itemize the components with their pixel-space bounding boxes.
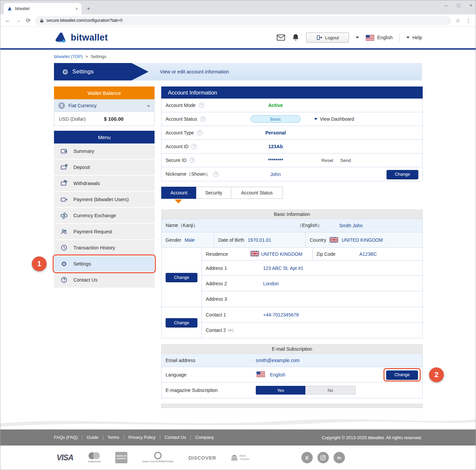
sidebar-item-contact-us[interactable]: Contact Us xyxy=(54,272,155,288)
change-contact-button[interactable]: Change xyxy=(166,318,197,327)
footer-link-company[interactable]: Company xyxy=(191,435,218,440)
banner-title: Settings xyxy=(72,68,94,75)
contact1-row: Contact 1 +44-7012345678 xyxy=(202,307,422,322)
help-icon[interactable]: ? xyxy=(189,158,195,163)
sidebar-item-withdrawals[interactable]: Withdrawals xyxy=(54,176,155,192)
instagram-icon[interactable] xyxy=(317,452,329,463)
footer-links: FAQs (FAQ) Guide Terms Privacy Policy Co… xyxy=(54,435,218,440)
sidebar-item-settings[interactable]: 1 ⚙ Settings xyxy=(54,256,155,272)
collapse-chevron-icon xyxy=(147,105,150,107)
people-icon xyxy=(60,228,68,236)
us-flag-icon xyxy=(256,371,265,377)
language-selector[interactable]: English xyxy=(366,35,393,41)
forward-icon[interactable]: → xyxy=(15,17,21,24)
tab-security[interactable]: Security xyxy=(196,187,231,199)
tab-close-icon[interactable]: × xyxy=(75,6,78,11)
zip-value: A123BC xyxy=(359,251,377,257)
back-icon[interactable]: ← xyxy=(5,17,11,24)
language-dropdown-icon[interactable] xyxy=(356,37,359,39)
amex-logo: AMERICAN EXPRESS xyxy=(115,452,127,463)
logout-button[interactable]: Logout xyxy=(306,33,349,43)
next-section-header-partial xyxy=(161,404,423,408)
emagazine-toggle: Yes No xyxy=(256,386,356,395)
exchange-icon xyxy=(60,212,68,220)
toggle-no-option[interactable]: No xyxy=(305,386,356,395)
help-icon[interactable]: ? xyxy=(213,172,219,177)
address-bar[interactable]: secure.bitwallet.com/configuration?tab=0 xyxy=(35,16,451,25)
social-icons: X in xyxy=(301,452,345,463)
view-dashboard-link[interactable]: View Dashboard xyxy=(314,116,354,122)
reload-icon[interactable]: ⟳ xyxy=(26,17,31,24)
help-icon[interactable]: ? xyxy=(199,103,204,108)
secure-id-row: Secure ID? ******** Reset Send xyxy=(162,154,422,167)
change-nickname-button[interactable]: Change xyxy=(386,170,418,179)
help-icon[interactable]: ? xyxy=(197,130,202,135)
help-icon[interactable]: ? xyxy=(200,116,205,122)
breadcrumb-home-link[interactable]: bitwallet (TOP) xyxy=(54,54,83,59)
sidebar-item-deposit[interactable]: Deposit xyxy=(54,160,155,176)
address2-row: Address 2 London xyxy=(202,276,422,291)
logout-icon xyxy=(316,35,322,41)
browser-tab[interactable]: bitwallet × xyxy=(4,3,81,14)
footer-link-guide[interactable]: Guide xyxy=(82,435,103,440)
bookmark-star-icon[interactable]: ☆ xyxy=(456,17,460,24)
sidebar-item-transaction-history[interactable]: Transaction History xyxy=(54,240,155,256)
linkedin-icon[interactable]: in xyxy=(334,452,345,463)
browser-menu-icon[interactable]: ⋮ xyxy=(466,17,471,24)
bank-transfer-logo: Bank Transfer xyxy=(231,454,254,461)
bitwallet-logo[interactable]: bitwallet xyxy=(54,32,108,44)
settings-banner: ⚙ Settings View or edit account informat… xyxy=(54,63,422,80)
secure-id-value: ******** xyxy=(268,158,283,163)
tab-account[interactable]: Account xyxy=(161,187,196,199)
status-badge: Basic xyxy=(250,115,301,123)
notification-bell-icon[interactable] xyxy=(292,34,299,42)
help-icon[interactable]: ? xyxy=(191,144,197,149)
sidebar-item-payment-request[interactable]: Payment Request xyxy=(54,224,155,240)
email-address-value: smith@example.com xyxy=(256,358,300,363)
name-row: Name（Kanji） （English） Smith John xyxy=(162,219,422,232)
maximize-icon[interactable]: □ xyxy=(457,2,460,8)
account-info-header: Account Information xyxy=(161,86,423,99)
menu-header: Menu xyxy=(54,131,155,143)
tab-account-status[interactable]: Account Status xyxy=(231,187,283,199)
fiat-currency-toggle[interactable]: $ Fiat Currency xyxy=(54,99,155,112)
chevron-down-icon xyxy=(314,118,317,120)
footer-link-contact[interactable]: Contact Us xyxy=(160,435,191,440)
change-address-button[interactable]: Change xyxy=(166,273,197,282)
residence-value: UNITED KINGDOM xyxy=(261,251,302,257)
minimize-icon[interactable]: – xyxy=(445,2,448,8)
new-tab-button[interactable]: + xyxy=(84,4,93,13)
contact1-value: +44-7012345678 xyxy=(263,312,299,317)
coin-icon: $ xyxy=(58,102,65,109)
contact2-row: Contact 2 (※) xyxy=(202,322,422,338)
footer-link-faqs[interactable]: FAQs (FAQ) xyxy=(54,435,82,440)
sidebar-item-summary[interactable]: Summary xyxy=(54,143,155,160)
usd-label: USD (Dollar) xyxy=(59,116,85,122)
toggle-yes-option[interactable]: Yes xyxy=(256,386,305,395)
address-block: Change Residence UNITED KINGDOM Zip Code… xyxy=(162,248,422,307)
reset-link[interactable]: Reset xyxy=(321,158,333,163)
change-language-button[interactable]: Change xyxy=(386,370,418,379)
footer-link-terms[interactable]: Terms xyxy=(103,435,124,440)
address2-value: London xyxy=(263,281,279,286)
mail-icon[interactable] xyxy=(277,34,285,41)
address1-value: 123 ABC St. Apt #1 xyxy=(263,266,303,271)
name-value: Smith John xyxy=(339,223,363,228)
close-window-icon[interactable]: × xyxy=(469,2,472,8)
help-menu[interactable]: Help xyxy=(406,35,422,40)
send-link[interactable]: Send xyxy=(340,158,351,163)
cell-divider xyxy=(312,248,313,260)
footer: FAQs (FAQ) Guide Terms Privacy Policy Co… xyxy=(0,429,476,446)
footer-link-privacy[interactable]: Privacy Policy xyxy=(124,435,160,440)
header-divider xyxy=(399,34,400,41)
account-id-row: Account ID? 123Ab xyxy=(162,140,422,154)
gear-icon: ⚙ xyxy=(60,260,68,268)
help-dropdown-icon xyxy=(406,37,410,39)
email-subscription-header: E-mail Subscription xyxy=(161,344,423,354)
annotation-step-1: 1 xyxy=(32,256,47,271)
account-id-value: 123Ab xyxy=(268,144,283,149)
x-social-icon[interactable]: X xyxy=(301,452,313,463)
sidebar-item-payment[interactable]: Payment (bitwallet Users) xyxy=(54,192,155,208)
breadcrumb-separator: > xyxy=(85,54,88,59)
sidebar-item-currency-exchange[interactable]: Currency Exchange xyxy=(54,208,155,224)
